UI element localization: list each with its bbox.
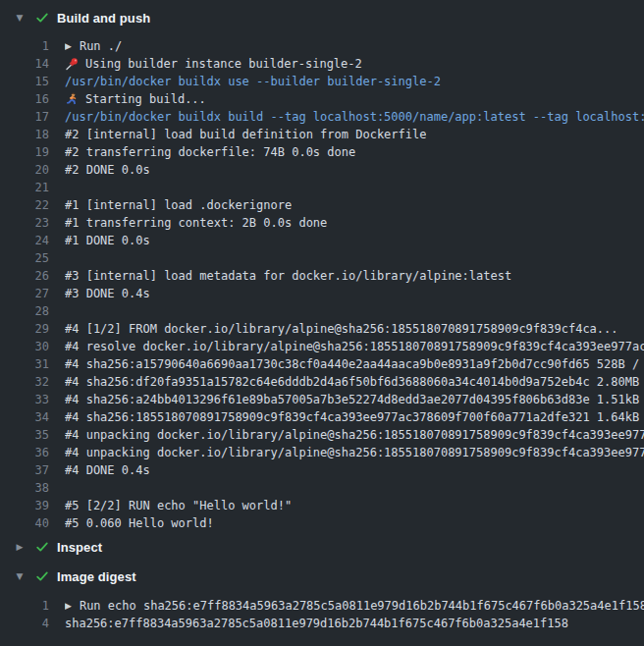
log-text-content: #1 [internal] load .dockerignore [65, 196, 292, 214]
log-line: 31#4 sha256:a15790640a6690aa1730c38cf0a4… [0, 355, 644, 373]
chevron-down-icon[interactable]: ▼ [14, 3, 26, 32]
section-header[interactable]: ▶Inspect [0, 532, 644, 562]
log-text-content: #3 DONE 0.4s [65, 285, 150, 302]
log-line: 20#2 DONE 0.0s [0, 161, 644, 179]
line-number[interactable]: 32 [0, 373, 49, 391]
line-number[interactable]: 15 [0, 73, 49, 90]
log-section-build-and-push: ▼Build and push1▶Run ./14Using builder i… [0, 3, 644, 532]
chevron-down-icon[interactable]: ▼ [14, 562, 26, 591]
command-line: /usr/bin/docker buildx use --builder bui… [65, 73, 644, 90]
log-text: #4 sha256:185518070891758909c9f839cf4ca3… [65, 408, 644, 426]
log-text: ▶Run ./ [65, 37, 644, 55]
section-title: Build and push [57, 11, 150, 26]
log-text-content: #4 sha256:185518070891758909c9f839cf4ca3… [65, 408, 644, 426]
log-text: #5 0.060 Hello world! [65, 514, 644, 532]
success-check-icon [35, 11, 49, 25]
section-lines: 1▶Run ./14Using builder instance builder… [0, 32, 644, 532]
line-number[interactable]: 1 [0, 597, 49, 615]
section-header[interactable]: ▼Build and push [0, 3, 644, 32]
line-number[interactable]: 27 [0, 285, 49, 302]
log-text-content: /usr/bin/docker buildx use --builder bui… [65, 73, 441, 90]
success-check-icon [35, 569, 49, 583]
log-text-content: /usr/bin/docker buildx build --tag local… [65, 108, 644, 126]
line-number[interactable]: 19 [0, 143, 49, 161]
log-line: 27#3 DONE 0.4s [0, 285, 644, 302]
log-text-content: Run ./ [80, 37, 122, 55]
success-check-icon [35, 540, 49, 554]
line-number[interactable]: 22 [0, 196, 49, 214]
line-number[interactable]: 4 [0, 615, 49, 632]
log-text: Starting build... [65, 90, 644, 108]
line-number[interactable]: 28 [0, 302, 49, 320]
log-line: 1▶Run ./ [0, 37, 644, 55]
line-number[interactable]: 31 [0, 355, 49, 373]
log-text: #2 [internal] load build definition from… [65, 126, 644, 143]
line-number[interactable]: 30 [0, 338, 49, 355]
line-number[interactable]: 29 [0, 320, 49, 338]
log-text-content: #1 DONE 0.0s [65, 232, 150, 249]
log-section-image-digest: ▼Image digest1▶Run echo sha256:e7ff8834a… [0, 562, 644, 632]
log-line: 16Starting build... [0, 90, 644, 108]
log-line: 40#5 0.060 Hello world! [0, 514, 644, 532]
log-text-content: #4 [1/2] FROM docker.io/library/alpine@s… [65, 320, 618, 338]
log-text: #1 [internal] load .dockerignore [65, 196, 644, 214]
log-line: 18#2 [internal] load build definition fr… [0, 126, 644, 143]
line-number[interactable]: 40 [0, 514, 49, 532]
line-number[interactable]: 39 [0, 497, 49, 514]
log-text-content: #5 0.060 Hello world! [65, 514, 214, 532]
line-number[interactable]: 14 [0, 55, 49, 73]
command-line: /usr/bin/docker buildx build --tag local… [65, 108, 644, 126]
line-number[interactable]: 24 [0, 232, 49, 249]
log-text: ▶Run echo sha256:e7ff8834a5963a2785c5a08… [65, 597, 644, 615]
log-text: #1 DONE 0.0s [65, 232, 644, 249]
line-number[interactable]: 1 [0, 37, 49, 55]
log-line: 4sha256:e7ff8834a5963a2785c5a0811e979d16… [0, 615, 644, 632]
log-text-content: #2 transferring dockerfile: 74B 0.0s don… [65, 143, 355, 161]
log-text-content: #4 sha256:df20fa9351a15782c64e6dddb2d4a6… [65, 373, 644, 391]
expand-group-icon[interactable]: ▶ [65, 37, 72, 55]
line-number[interactable]: 23 [0, 214, 49, 232]
chevron-right-icon[interactable]: ▶ [14, 532, 26, 562]
log-text-content: #4 DONE 0.4s [65, 461, 150, 479]
log-line: 25 [0, 249, 644, 267]
line-number[interactable]: 25 [0, 249, 49, 267]
log-text: #4 unpacking docker.io/library/alpine@sh… [65, 444, 644, 461]
log-text: #3 [internal] load metadata for docker.i… [65, 267, 644, 285]
line-number[interactable]: 26 [0, 267, 49, 285]
line-number[interactable]: 38 [0, 479, 49, 497]
log-text-content: #2 DONE 0.0s [65, 161, 150, 179]
line-number[interactable]: 21 [0, 179, 49, 196]
line-number[interactable]: 33 [0, 391, 49, 408]
log-line: 33#4 sha256:a24bb4013296f61e89ba57005a7b… [0, 391, 644, 408]
line-number[interactable]: 20 [0, 161, 49, 179]
log-line: 19#2 transferring dockerfile: 74B 0.0s d… [0, 143, 644, 161]
line-number[interactable]: 35 [0, 426, 49, 444]
log-text: #4 unpacking docker.io/library/alpine@sh… [65, 426, 644, 444]
line-number[interactable]: 36 [0, 444, 49, 461]
log-text: Using builder instance builder-single-2 [65, 55, 644, 73]
log-line: 29#4 [1/2] FROM docker.io/library/alpine… [0, 320, 644, 338]
log-text: #1 transferring context: 2B 0.0s done [65, 214, 644, 232]
log-text: #4 resolve docker.io/library/alpine@sha2… [65, 338, 644, 355]
log-line: 30#4 resolve docker.io/library/alpine@sh… [0, 338, 644, 355]
log-text: #4 DONE 0.4s [65, 461, 644, 479]
expand-group-icon[interactable]: ▶ [65, 597, 72, 615]
log-text-content: #4 sha256:a15790640a6690aa1730c38cf0a440… [65, 355, 644, 373]
section-header[interactable]: ▼Image digest [0, 562, 644, 591]
log-line: 37#4 DONE 0.4s [0, 461, 644, 479]
log-line: 28 [0, 302, 644, 320]
log-line: 38 [0, 479, 644, 497]
line-number[interactable]: 34 [0, 408, 49, 426]
line-number[interactable]: 16 [0, 90, 49, 108]
line-number[interactable]: 37 [0, 461, 49, 479]
log-line: 35#4 unpacking docker.io/library/alpine@… [0, 426, 644, 444]
section-title: Inspect [57, 540, 102, 555]
line-number[interactable]: 18 [0, 126, 49, 143]
log-text-content: #1 transferring context: 2B 0.0s done [65, 214, 327, 232]
line-number[interactable]: 17 [0, 108, 49, 126]
log-line: 22#1 [internal] load .dockerignore [0, 196, 644, 214]
log-text-content: Starting build... [85, 90, 206, 108]
log-line: 14Using builder instance builder-single-… [0, 55, 644, 73]
log-line: 1▶Run echo sha256:e7ff8834a5963a2785c5a0… [0, 597, 644, 615]
section-title: Image digest [57, 569, 136, 584]
